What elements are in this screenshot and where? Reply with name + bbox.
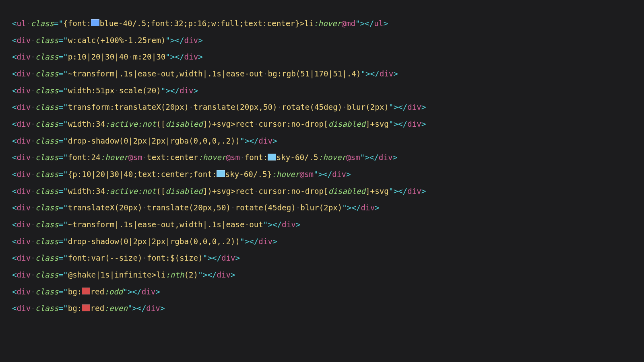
code-line[interactable]: <div·class="font:var(--size)·font:$(size… (12, 253, 240, 263)
color-swatch-icon (91, 19, 99, 26)
code-line[interactable]: <div·class="width:34:active:not([disable… (12, 187, 426, 196)
code-editor[interactable]: <ul·class="{font:blue-40/.5;font:32;p:16… (0, 0, 644, 332)
code-line[interactable]: <div·class="drop-shadow(0|2px|2px|rgba(0… (12, 136, 277, 146)
code-line[interactable]: <div·class="bg:red:even"></div> (12, 304, 165, 313)
code-line[interactable]: <div·class="transform:translateX(20px)·t… (12, 103, 426, 112)
code-line[interactable]: <div·class="font:24:hover@sm·text:center… (12, 153, 397, 162)
code-line[interactable]: <div·class="~transform|.1s|ease-out,widt… (12, 69, 398, 78)
code-line[interactable]: <div·class="p:10|20|30|40·m:20|30"></div… (12, 52, 203, 62)
color-swatch-icon (82, 304, 90, 311)
code-line[interactable]: <div·class="{p:10|20|30|40;text:center;f… (12, 170, 351, 179)
code-line[interactable]: <div·class="bg:red:odd"></div> (12, 287, 160, 296)
color-swatch-icon (217, 170, 225, 177)
code-line[interactable]: <div·class="width:34:active:not([disable… (12, 119, 426, 129)
code-line[interactable]: <div·class="width:51px·scale(20)"></div> (12, 86, 198, 95)
code-line[interactable]: <div·class="drop-shadow(0|2px|2px|rgba(0… (12, 237, 277, 246)
code-line[interactable]: <div·class="~transform|.1s|ease-out,widt… (12, 220, 300, 229)
code-line[interactable]: <div·class="w:calc(+100%-1.25rem)"></div… (12, 36, 203, 45)
code-line[interactable]: <ul·class="{font:blue-40/.5;font:32;p:16… (12, 19, 388, 28)
code-line[interactable]: <div·class="translateX(20px)·translate(2… (12, 203, 380, 212)
color-swatch-icon (82, 288, 90, 294)
code-line[interactable]: <div·class="@shake|1s|infinite>li:nth(2)… (12, 270, 235, 280)
color-swatch-icon (268, 154, 276, 160)
